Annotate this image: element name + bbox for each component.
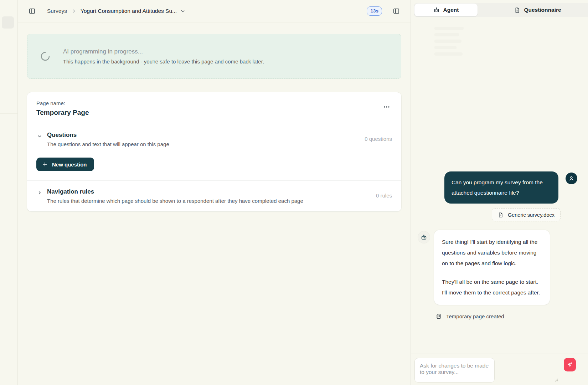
send-button[interactable]: [564, 358, 576, 371]
person-icon: [568, 175, 574, 181]
loading-skeleton: [434, 27, 588, 56]
main-area: Surveys Yogurt Consumption and Attitudes…: [18, 0, 411, 385]
left-rail: [0, 0, 18, 385]
breadcrumb: Surveys Yogurt Consumption and Attitudes…: [47, 8, 185, 14]
survey-title: Yogurt Consumption and Attitudes Su...: [81, 8, 177, 14]
tab-agent-label: Agent: [443, 7, 459, 13]
attachment-row: Generic survey.docx: [411, 208, 588, 221]
navigation-rules-title: Navigation rules: [47, 188, 303, 195]
ai-progress-banner: AI programming in progress... This happe…: [27, 34, 401, 79]
status-row: Temporary page created: [435, 313, 588, 319]
tab-questionnaire-label: Questionnaire: [524, 7, 561, 13]
new-question-label: New question: [52, 161, 87, 168]
assistant-message-row: Sure thing! I'll start by identifying al…: [411, 230, 588, 305]
rail-divider: [0, 113, 17, 114]
panel-right-icon: [393, 7, 400, 15]
resize-grip-icon[interactable]: [555, 378, 558, 382]
questions-section: Questions The questions and text that wi…: [27, 124, 401, 155]
robot-icon: [433, 7, 440, 13]
chat-input[interactable]: [414, 358, 495, 383]
assistant-paragraph: Sure thing! I'll start by identifying al…: [442, 237, 542, 269]
navigation-rules-description: The rules that determine which page shou…: [47, 198, 303, 204]
ellipsis-icon: [383, 106, 390, 108]
page-name-value: Temporary Page: [36, 109, 89, 117]
plus-icon: [42, 161, 48, 167]
attachment-filename: Generic survey.docx: [508, 212, 555, 218]
breadcrumb-current-survey[interactable]: Yogurt Consumption and Attitudes Su...: [81, 8, 185, 14]
navigation-rules-section: Navigation rules The rules that determin…: [27, 181, 401, 211]
navigation-rules-count: 0 rules: [376, 188, 392, 199]
questions-description: The questions and text that will appear …: [47, 141, 169, 147]
document-icon: [514, 7, 520, 13]
spinner-icon: [40, 51, 50, 61]
chevron-right-icon[interactable]: [37, 190, 42, 195]
status-text: Temporary page created: [446, 313, 504, 319]
chat-area: Can you program my survey from the attac…: [411, 22, 588, 354]
assistant-paragraph: They'll all be on the same page to start…: [442, 277, 542, 298]
banner-title: AI programming in progress...: [63, 48, 264, 55]
attachment-chip[interactable]: Generic survey.docx: [492, 208, 561, 221]
questions-count: 0 questions: [365, 132, 392, 142]
notebook-icon: [435, 313, 442, 319]
banner-subtitle: This happens in the background - you're …: [63, 58, 264, 65]
new-question-button[interactable]: New question: [36, 158, 94, 171]
document-icon: [498, 212, 504, 218]
breadcrumb-surveys-link[interactable]: Surveys: [47, 8, 67, 14]
page-menu-button[interactable]: [381, 104, 392, 110]
page-card-header: Page name: Temporary Page: [27, 92, 401, 124]
robot-icon: [421, 234, 427, 241]
page-name-label: Page name:: [36, 100, 89, 106]
chat-input-bar: [411, 354, 588, 385]
user-message-bubble: Can you program my survey from the attac…: [444, 171, 558, 204]
chevron-right-icon: [71, 9, 76, 14]
chevron-down-icon[interactable]: [37, 134, 42, 139]
tab-questionnaire[interactable]: Questionnaire: [478, 4, 588, 16]
page-card: Page name: Temporary Page Ques: [27, 92, 401, 211]
user-message-row: Can you program my survey from the attac…: [411, 171, 588, 204]
rail-logo-placeholder: [2, 16, 14, 29]
panel-left-icon: [29, 7, 36, 15]
assistant-panel: Agent Questionnaire Can you program my s…: [411, 0, 588, 385]
main-content: AI programming in progress... This happe…: [18, 22, 411, 211]
timer-badge[interactable]: 13s: [367, 6, 382, 16]
right-panel-toggle-button[interactable]: [391, 6, 401, 16]
questions-title: Questions: [47, 132, 169, 139]
tab-agent[interactable]: Agent: [414, 4, 478, 16]
topbar: Surveys Yogurt Consumption and Attitudes…: [18, 0, 411, 22]
assistant-avatar: [418, 231, 430, 243]
sidebar-toggle-button[interactable]: [27, 6, 37, 16]
assistant-message-bubble: Sure thing! I'll start by identifying al…: [434, 230, 550, 305]
paper-plane-icon: [567, 362, 573, 368]
user-avatar: [566, 173, 577, 184]
chevron-down-icon: [180, 9, 185, 14]
panel-tabbar: Agent Questionnaire: [414, 3, 588, 17]
